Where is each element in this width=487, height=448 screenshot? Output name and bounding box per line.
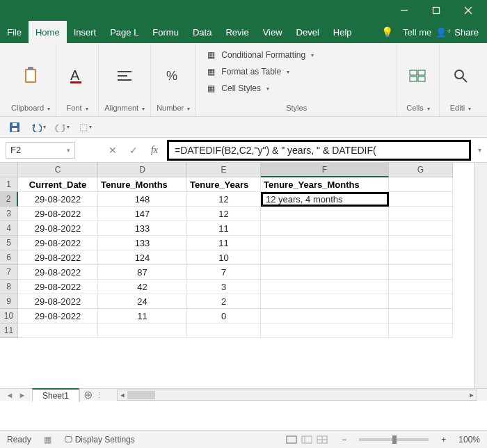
cell-E6[interactable]: 10 [187,250,261,265]
cell-E3[interactable]: 12 [187,207,261,221]
cell-D9[interactable]: 24 [98,294,187,309]
cancel-formula-button[interactable]: ✕ [104,142,121,159]
cell-D1[interactable]: Tenure_Months [98,177,187,192]
name-box[interactable]: F2▾ [6,142,75,159]
cell-C8[interactable]: 29-08-2022 [18,280,98,294]
row-header-5[interactable]: 5 [0,236,18,250]
horizontal-scrollbar[interactable]: ◄ ► [117,390,477,401]
cell-C1[interactable]: Current_Date [18,177,98,192]
cell-F7[interactable] [261,265,389,280]
find-button[interactable] [445,65,476,87]
scroll-left-button[interactable]: ◄ [118,390,127,400]
cell-E11[interactable] [187,323,261,338]
tab-file[interactable]: File [0,21,29,43]
cell-G11[interactable] [389,323,453,338]
cell-E10[interactable]: 0 [187,309,261,323]
undo-button[interactable]: ▾ [31,120,46,135]
cell-G2[interactable] [389,192,453,207]
cell-G4[interactable] [389,221,453,236]
cell-C7[interactable]: 29-08-2022 [18,265,98,280]
column-header-G[interactable]: G [389,163,453,177]
cell-F3[interactable] [261,207,389,221]
cell-F8[interactable] [261,280,389,294]
minimize-button[interactable] [388,0,420,21]
vertical-scrollbar[interactable] [474,163,487,388]
tab-developer[interactable]: Devel [289,21,326,43]
cell-E8[interactable]: 3 [187,280,261,294]
tab-home[interactable]: Home [29,21,67,43]
save-button[interactable] [7,120,22,135]
cell-D3[interactable]: 147 [98,207,187,221]
row-header-10[interactable]: 10 [0,309,18,323]
confirm-formula-button[interactable]: ✓ [125,142,142,159]
cell-C10[interactable]: 29-08-2022 [18,309,98,323]
cell-G7[interactable] [389,265,453,280]
cell-D2[interactable]: 148 [98,192,187,207]
tab-data[interactable]: Data [186,21,218,43]
cell-D11[interactable] [98,323,187,338]
cell-F4[interactable] [261,221,389,236]
expand-formula-button[interactable]: ▾ [478,146,481,154]
cell-F9[interactable] [261,294,389,309]
row-header-4[interactable]: 4 [0,221,18,236]
cell-F2[interactable]: 12 years, 4 months [261,192,389,207]
cell-C11[interactable] [18,323,98,338]
cell-F10[interactable] [261,309,389,323]
cell-D4[interactable]: 133 [98,221,187,236]
redo-button[interactable]: ▾ [54,120,70,135]
add-sheet-button[interactable]: ⊕ [79,389,96,401]
chevron-down-icon[interactable]: ▾ [67,147,70,154]
cell-C5[interactable]: 29-08-2022 [18,236,98,250]
cell-D10[interactable]: 11 [98,309,187,323]
column-header-F[interactable]: F [261,163,389,177]
cells-button[interactable] [403,65,433,87]
macro-record-icon[interactable]: ▦ [44,435,51,445]
row-header-9[interactable]: 9 [0,294,18,309]
cell-E4[interactable]: 11 [187,221,261,236]
cell-G9[interactable] [389,294,453,309]
row-header-11[interactable]: 11 [0,323,18,338]
font-button[interactable]: A [62,65,93,87]
cell-E2[interactable]: 12 [187,192,261,207]
sheet-nav-prev[interactable]: ► [17,390,28,401]
lightbulb-icon[interactable]: 💡 [381,26,393,38]
scroll-right-button[interactable]: ► [467,390,477,400]
zoom-slider[interactable] [359,438,429,441]
row-header-3[interactable]: 3 [0,207,18,221]
zoom-in-button[interactable]: + [441,435,446,445]
zoom-out-button[interactable]: − [342,435,346,445]
cell-C2[interactable]: 29-08-2022 [18,192,98,207]
column-header-E[interactable]: E [187,163,261,177]
tab-review[interactable]: Revie [218,21,255,43]
cell-C9[interactable]: 29-08-2022 [18,294,98,309]
page-layout-view-button[interactable] [300,433,314,446]
row-header-7[interactable]: 7 [0,265,18,280]
close-button[interactable] [452,0,484,21]
cell-E5[interactable]: 11 [187,236,261,250]
select-all-corner[interactable] [0,163,18,177]
format-as-table-button[interactable]: ▦Format as Table▾ [202,64,391,79]
alignment-button[interactable] [109,65,140,87]
row-header-8[interactable]: 8 [0,280,18,294]
cell-C4[interactable]: 29-08-2022 [18,221,98,236]
row-header-2[interactable]: 2 [0,192,18,207]
page-break-view-button[interactable] [315,433,329,446]
tell-me-search[interactable]: Tell me [403,27,431,38]
share-button[interactable]: 👤⁺Share [436,27,479,38]
cell-F1[interactable]: Tenure_Years_Months [261,177,389,192]
tab-help[interactable]: Help [326,21,359,43]
insert-function-button[interactable]: fx [146,142,163,159]
cell-G10[interactable] [389,309,453,323]
row-header-6[interactable]: 6 [0,250,18,265]
tab-view[interactable]: View [256,21,289,43]
sheet-nav-first[interactable]: ◄ [4,390,15,401]
tab-insert[interactable]: Insert [67,21,104,43]
normal-view-button[interactable] [285,433,298,446]
conditional-formatting-button[interactable]: ▦Conditional Formatting▾ [202,47,391,63]
display-settings-button[interactable]: 🖵Display Settings [64,435,135,445]
cell-G8[interactable] [389,280,453,294]
cell-F11[interactable] [261,323,389,338]
formula-input[interactable]: =DATEDIF(B2,C2,"y") & " years, " & DATED… [167,140,471,161]
cell-E7[interactable]: 7 [187,265,261,280]
zoom-level[interactable]: 100% [458,435,480,445]
